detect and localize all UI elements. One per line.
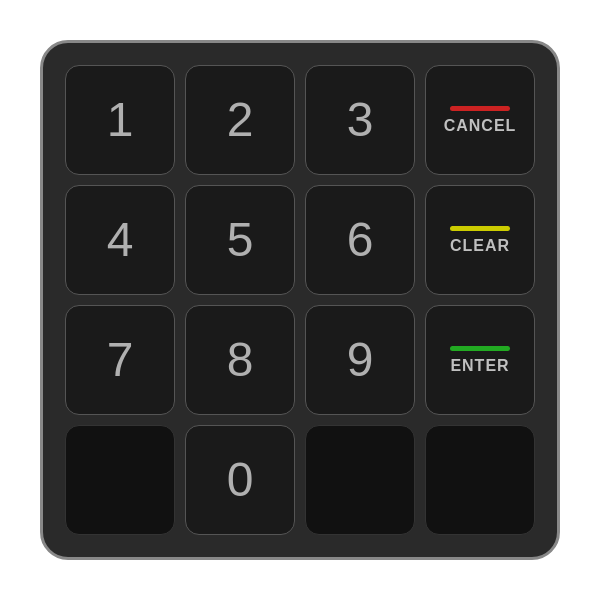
clear-label: CLEAR xyxy=(450,237,510,255)
key-7[interactable]: 7 xyxy=(65,305,175,415)
key-label-0: 0 xyxy=(227,456,254,504)
key-1[interactable]: 1 xyxy=(65,65,175,175)
key-8[interactable]: 8 xyxy=(185,305,295,415)
key-label-6: 6 xyxy=(347,216,374,264)
key-2[interactable]: 2 xyxy=(185,65,295,175)
key-label-3: 3 xyxy=(347,96,374,144)
keypad-outer: 123CANCEL456CLEAR789ENTER0 xyxy=(40,40,560,560)
enter-indicator xyxy=(450,346,510,351)
key-label-7: 7 xyxy=(107,336,134,384)
cancel-indicator xyxy=(450,106,510,111)
key-empty-left xyxy=(65,425,175,535)
key-3[interactable]: 3 xyxy=(305,65,415,175)
key-enter[interactable]: ENTER xyxy=(425,305,535,415)
key-5[interactable]: 5 xyxy=(185,185,295,295)
key-0[interactable]: 0 xyxy=(185,425,295,535)
key-label-8: 8 xyxy=(227,336,254,384)
key-empty-right1 xyxy=(305,425,415,535)
enter-label: ENTER xyxy=(450,357,509,375)
key-6[interactable]: 6 xyxy=(305,185,415,295)
cancel-label: CANCEL xyxy=(444,117,517,135)
key-label-1: 1 xyxy=(107,96,134,144)
key-label-2: 2 xyxy=(227,96,254,144)
key-empty-right2 xyxy=(425,425,535,535)
key-label-4: 4 xyxy=(107,216,134,264)
clear-indicator xyxy=(450,226,510,231)
key-cancel[interactable]: CANCEL xyxy=(425,65,535,175)
key-4[interactable]: 4 xyxy=(65,185,175,295)
key-label-9: 9 xyxy=(347,336,374,384)
key-9[interactable]: 9 xyxy=(305,305,415,415)
key-clear[interactable]: CLEAR xyxy=(425,185,535,295)
key-label-5: 5 xyxy=(227,216,254,264)
keypad-grid: 123CANCEL456CLEAR789ENTER0 xyxy=(65,65,535,535)
